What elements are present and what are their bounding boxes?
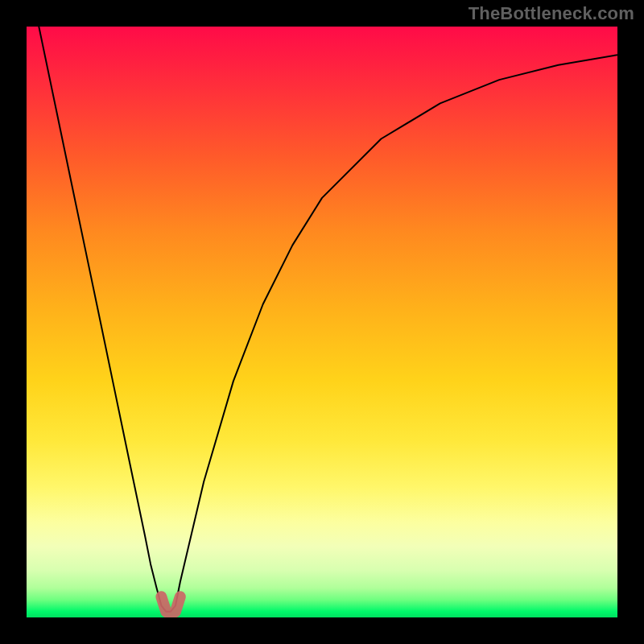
plot-area: [27, 27, 617, 617]
curve-svg: [27, 27, 617, 617]
chart-frame: TheBottleneck.com: [0, 0, 644, 644]
attribution-text: TheBottleneck.com: [469, 3, 634, 24]
bottleneck-curve: [27, 27, 617, 612]
bottom-marker: [161, 597, 180, 614]
